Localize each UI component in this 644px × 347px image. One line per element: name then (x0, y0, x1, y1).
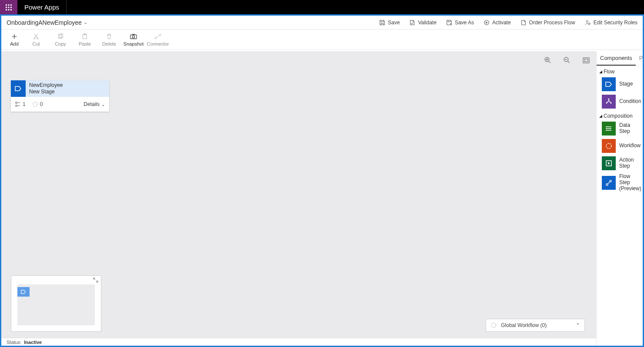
step-count-value: 1 (23, 101, 26, 107)
component-stage-label: Stage (619, 81, 633, 87)
chevron-down-icon: ⌄ (101, 102, 105, 107)
validate-button[interactable]: Validate (409, 20, 436, 26)
order-label: Order Process Flow (529, 20, 575, 26)
cut-label: Cut (32, 41, 40, 46)
collapse-icon: ◢ (599, 114, 602, 118)
svg-rect-24 (583, 58, 589, 63)
app-launcher-button[interactable] (0, 0, 17, 14)
save-icon (379, 20, 385, 26)
svg-point-28 (33, 102, 37, 106)
svg-point-30 (608, 99, 610, 100)
details-toggle[interactable]: Details ⌄ (83, 101, 105, 107)
component-workflow[interactable]: Workflow (597, 137, 643, 155)
component-condition[interactable]: Condition (597, 93, 643, 110)
connector-icon (154, 33, 161, 40)
paste-button[interactable]: Paste (73, 30, 97, 50)
stage-icon (11, 80, 26, 97)
tab-components[interactable]: Components (597, 51, 636, 66)
zoom-out-button[interactable] (561, 55, 573, 66)
canvas[interactable]: NewEmployee New Stage 1 0 Details (1, 51, 596, 338)
activate-icon (484, 20, 490, 26)
copy-button[interactable]: Copy (48, 30, 73, 50)
edit-security-button[interactable]: Edit Security Roles (585, 20, 637, 26)
zoom-controls (542, 55, 592, 66)
chevron-down-icon: ⌄ (83, 20, 87, 25)
flow-step-icon (602, 176, 616, 190)
component-data-step-label: Data Step (619, 122, 641, 135)
svg-rect-25 (584, 59, 588, 62)
stage-title-area: NewEmployee New Stage (26, 80, 109, 97)
stage-entity-label: NewEmployee (29, 82, 106, 89)
svg-point-33 (606, 126, 607, 127)
app-title: Power Apps (17, 0, 67, 14)
svg-rect-27 (16, 105, 17, 106)
order-icon (521, 20, 527, 26)
svg-point-39 (610, 180, 611, 182)
svg-rect-5 (10, 7, 12, 8)
status-value: Inactive (24, 340, 42, 345)
snapshot-button[interactable]: Snapshot (121, 30, 146, 50)
svg-point-34 (606, 128, 607, 129)
section-composition[interactable]: ◢ Composition (597, 110, 643, 120)
minimap-expand-button[interactable] (93, 277, 100, 284)
component-stage[interactable]: Stage (597, 76, 643, 93)
component-workflow-label: Workflow (619, 143, 641, 149)
collapse-icon: ◢ (599, 69, 602, 74)
component-condition-label: Condition (619, 99, 641, 105)
snapshot-label: Snapshot (123, 41, 143, 46)
condition-icon (602, 95, 616, 109)
action-step-icon (602, 156, 616, 170)
svg-point-35 (606, 130, 607, 131)
add-button[interactable]: Add (5, 30, 24, 50)
component-flow-step-label: Flow Step (Preview) (619, 174, 641, 192)
save-as-button[interactable]: Save As (446, 20, 474, 26)
tab-properties[interactable]: Pro (636, 51, 643, 66)
section-flow-label: Flow (604, 69, 614, 75)
global-workflow-label: Global Workflow (0) (501, 322, 547, 328)
connector-button[interactable]: Connector (146, 30, 170, 50)
process-name-dropdown[interactable]: OnboardingANewEmployee ⌄ (7, 19, 87, 26)
global-workflow-bar[interactable]: Global Workflow (0) ⌃ (486, 319, 585, 332)
save-as-label: Save As (455, 20, 474, 26)
minimap[interactable] (11, 275, 101, 332)
validate-label: Validate (418, 20, 436, 26)
security-label: Edit Security Roles (594, 20, 637, 26)
cut-button[interactable]: Cut (24, 30, 48, 50)
activate-button[interactable]: Activate (484, 20, 511, 26)
stage-tile[interactable]: NewEmployee New Stage 1 0 Details (11, 80, 109, 112)
stage-header: NewEmployee New Stage (11, 80, 109, 97)
order-process-button[interactable]: Order Process Flow (521, 20, 575, 26)
section-flow[interactable]: ◢ Flow (597, 66, 643, 76)
svg-point-19 (132, 36, 134, 38)
svg-point-32 (611, 102, 612, 104)
security-icon (585, 20, 591, 26)
copy-icon (57, 33, 63, 40)
data-step-icon (602, 122, 616, 135)
add-label: Add (10, 41, 19, 46)
save-button[interactable]: Save (379, 20, 400, 26)
component-data-step[interactable]: Data Step (597, 120, 643, 137)
workflow-count-icon (33, 102, 38, 107)
component-flow-step[interactable]: Flow Step (Preview) (597, 172, 643, 193)
copy-label: Copy (55, 41, 66, 46)
zoom-in-button[interactable] (542, 55, 554, 66)
status-label: Status: (7, 340, 21, 345)
process-name-label: OnboardingANewEmployee (7, 19, 82, 26)
component-action-step-label: Action Step (619, 157, 641, 169)
svg-point-31 (606, 102, 607, 104)
stage-name-label: New Stage (29, 89, 106, 95)
section-composition-label: Composition (604, 113, 633, 119)
svg-point-29 (491, 323, 496, 328)
svg-rect-6 (6, 9, 7, 10)
delete-icon (106, 33, 112, 40)
right-panel: Components Pro ◢ Flow Stage Condition ◢ … (596, 51, 643, 346)
delete-button[interactable]: Delete (97, 30, 121, 50)
svg-rect-26 (16, 102, 17, 103)
fit-screen-button[interactable] (581, 55, 592, 66)
chevron-up-icon: ⌃ (576, 322, 580, 328)
panel-tabs: Components Pro (597, 51, 643, 66)
component-action-step[interactable]: Action Step (597, 155, 643, 172)
svg-point-38 (606, 184, 608, 185)
svg-point-20 (155, 37, 157, 39)
stage-icon (602, 77, 616, 91)
